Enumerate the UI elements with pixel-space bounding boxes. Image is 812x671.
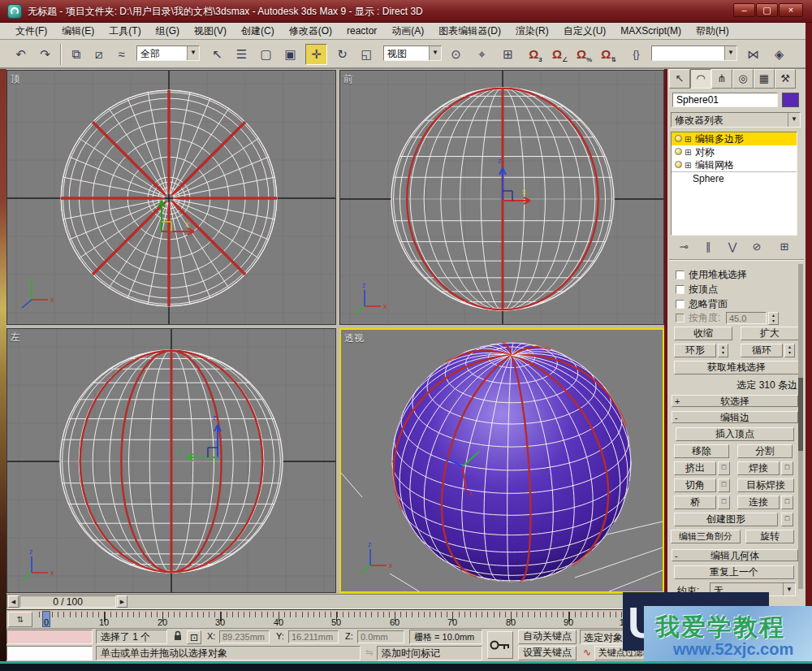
y-coordinate-field[interactable] xyxy=(288,630,339,643)
x-coordinate-field[interactable] xyxy=(219,630,270,643)
object-name-field[interactable] xyxy=(672,93,778,107)
select-and-move-button[interactable]: ✛ xyxy=(305,44,327,65)
named-selection-sets-button[interactable]: {} xyxy=(625,44,647,65)
viewport-front[interactable]: zxzx 前 xyxy=(339,70,664,325)
menu-animation[interactable]: 动画(A) xyxy=(384,23,431,40)
set-key-button[interactable]: 设置关键点 xyxy=(518,646,577,660)
z-coordinate-field[interactable] xyxy=(357,630,404,643)
ring-button[interactable]: 环形 xyxy=(674,344,716,357)
viewport-front-label[interactable]: 前 xyxy=(343,72,353,86)
viewport-left-label[interactable]: 左 xyxy=(11,331,20,344)
set-key-toggle-button[interactable] xyxy=(487,631,513,659)
menu-reactor[interactable]: reactor xyxy=(339,24,384,38)
mirror-button[interactable]: ⋈ xyxy=(742,44,764,65)
viewport-left[interactable]: zyzx 左 xyxy=(6,328,336,593)
select-and-scale-button[interactable]: ◱ xyxy=(356,44,378,65)
ignore-backfacing-checkbox[interactable]: 忽略背面 xyxy=(676,299,728,310)
add-time-tag[interactable]: 添加时间标记 xyxy=(377,646,482,660)
previous-frame-button[interactable]: ◀ xyxy=(8,595,19,608)
minimize-button[interactable]: – xyxy=(733,3,755,17)
tab-hierarchy[interactable]: ⋔ xyxy=(711,69,732,89)
pin-stack-button[interactable]: ⊸ xyxy=(674,239,693,255)
menu-modifiers[interactable]: 修改器(O) xyxy=(282,23,339,40)
remove-button[interactable]: 移除 xyxy=(674,444,729,458)
unlink-selection-button[interactable]: ⧄ xyxy=(88,44,110,65)
rectangular-selection-button[interactable]: ▢ xyxy=(255,44,277,65)
chamfer-settings-button[interactable]: □ xyxy=(718,478,730,492)
snap-3d-button[interactable]: Ω3 xyxy=(525,44,546,65)
by-angle-field[interactable] xyxy=(726,312,767,324)
menu-group[interactable]: 组(G) xyxy=(149,23,187,40)
loop-button[interactable]: 循环 xyxy=(741,344,783,357)
bind-to-spacewarp-button[interactable]: ≈ xyxy=(110,44,132,65)
window-crossing-button[interactable]: ▣ xyxy=(279,44,301,65)
make-unique-button[interactable]: ⋁ xyxy=(723,239,742,255)
absolute-offset-mode-button[interactable]: ⊡ xyxy=(187,630,201,644)
get-stack-selection-button[interactable]: 获取堆栈选择 xyxy=(674,361,799,374)
tab-display[interactable]: ▦ xyxy=(754,69,775,89)
turn-button[interactable]: 旋转 xyxy=(745,530,794,543)
align-button[interactable]: ◈ xyxy=(768,44,790,65)
repeat-last-button[interactable]: 重复上一个 xyxy=(674,565,794,579)
menu-file[interactable]: 文件(F) xyxy=(8,23,54,40)
close-button[interactable]: × xyxy=(779,3,803,17)
track-bar[interactable]: ⇅ 0 10 20 30 40 50 60 70 80 90 100 xyxy=(6,610,664,629)
viewport-top[interactable]: xyx 顶 xyxy=(6,70,336,325)
modifier-list-dropdown[interactable]: 修改器列表 ▼ xyxy=(671,112,801,128)
weld-button[interactable]: 焊接 xyxy=(737,461,780,475)
create-shape-button[interactable]: 创建图形 xyxy=(674,513,778,526)
menu-rendering[interactable]: 渲染(R) xyxy=(508,23,556,40)
stack-item-symmetry[interactable]: ⊞对称 xyxy=(672,145,797,158)
maxscript-mini-listener-pink[interactable] xyxy=(6,630,93,644)
spinner-snap-button[interactable]: Ω⇅ xyxy=(598,44,620,65)
title-bar[interactable]: 无标题 - 项目文件夹: D:\用户目录\我的文档\3dsmax - Autod… xyxy=(0,0,812,23)
target-weld-button[interactable]: 目标焊接 xyxy=(737,478,794,492)
auto-key-button[interactable]: 自动关键点 xyxy=(518,630,577,644)
menu-edit[interactable]: 编辑(E) xyxy=(54,23,102,40)
tab-modify[interactable]: ◠ xyxy=(690,69,711,89)
split-button[interactable]: 分割 xyxy=(737,444,793,458)
next-frame-button[interactable]: ▶ xyxy=(117,595,127,608)
weld-settings-button[interactable]: □ xyxy=(781,461,793,475)
connect-button[interactable]: 连接 xyxy=(737,496,780,509)
configure-modifier-sets-button[interactable]: ⊞ xyxy=(775,239,794,255)
use-pivot-center-button[interactable]: ⊙ xyxy=(445,44,467,65)
menu-tools[interactable]: 工具(T) xyxy=(102,23,148,40)
select-by-name-button[interactable]: ☰ xyxy=(231,44,253,65)
rollout-soft-selection[interactable]: +软选择 xyxy=(672,395,798,407)
shrink-button[interactable]: 收缩 xyxy=(674,327,732,340)
tab-create[interactable]: ↖ xyxy=(669,69,690,89)
menu-create[interactable]: 创建(C) xyxy=(234,23,282,40)
selection-filter-dropdown[interactable]: 全部 ▼ xyxy=(136,45,200,61)
named-selection-dropdown[interactable]: ▼ xyxy=(651,45,737,61)
select-and-rotate-button[interactable]: ↻ xyxy=(331,44,353,65)
insert-vertex-button[interactable]: 插入顶点 xyxy=(676,427,794,441)
keyboard-override-button[interactable]: ⊞ xyxy=(497,44,519,65)
use-stack-selection-checkbox[interactable]: 使用堆栈选择 xyxy=(676,270,747,281)
stack-item-edit-poly[interactable]: ⊞编辑多边形 xyxy=(672,132,797,145)
by-angle-checkbox[interactable]: 按角度: xyxy=(676,313,720,324)
app-icon[interactable] xyxy=(7,4,22,19)
open-mini-curve-editor-button[interactable]: ⇅ xyxy=(8,612,32,627)
grow-button[interactable]: 扩大 xyxy=(741,327,799,340)
percent-snap-button[interactable]: Ω% xyxy=(573,44,595,65)
rollout-edit-edges[interactable]: -编辑边 xyxy=(672,411,798,423)
loop-spinner[interactable]: ▴▾ xyxy=(784,344,795,357)
object-color-swatch[interactable] xyxy=(782,93,799,107)
bridge-settings-button[interactable]: □ xyxy=(718,496,730,509)
undo-button[interactable]: ↶ xyxy=(10,44,32,65)
edit-triangulation-button[interactable]: 编辑三角剖分 xyxy=(671,530,741,543)
show-end-result-button[interactable]: ∥ xyxy=(698,239,718,255)
tab-utilities[interactable]: ⚒ xyxy=(775,69,796,89)
select-and-link-button[interactable]: ⧉ xyxy=(65,44,87,65)
extrude-settings-button[interactable]: □ xyxy=(718,461,730,475)
create-shape-settings-button[interactable]: □ xyxy=(781,513,793,526)
key-curve-icon[interactable]: ∿ xyxy=(580,646,594,660)
panel-scrollbar[interactable] xyxy=(798,264,803,589)
by-angle-spinner[interactable]: ▴▾ xyxy=(768,312,779,325)
connect-settings-button[interactable]: □ xyxy=(781,496,793,509)
by-vertex-checkbox[interactable]: 按顶点 xyxy=(676,284,718,296)
menu-maxscript[interactable]: MAXScript(M) xyxy=(613,24,689,38)
time-slider-handle[interactable]: 0 / 100 xyxy=(19,595,116,608)
viewport-perspective[interactable]: xzx 透视 xyxy=(339,328,664,593)
